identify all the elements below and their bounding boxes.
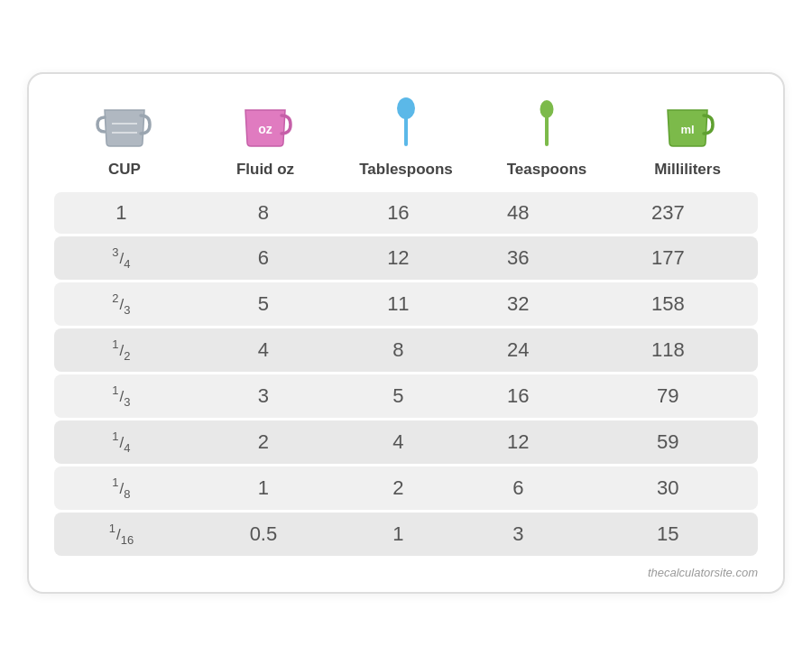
cup-cell: 1/16 xyxy=(54,513,189,556)
teaspoon-label: Teaspoons xyxy=(507,161,586,179)
conversion-card: CUP oz Fluid oz xyxy=(27,72,785,594)
table-row: 1/8 1 2 6 30 xyxy=(54,466,758,510)
ml-cell: 237 xyxy=(578,192,758,234)
tbsp-cell: 16 xyxy=(338,192,458,234)
floz-cell: 0.5 xyxy=(189,513,338,556)
floz-cell: 5 xyxy=(189,282,338,326)
svg-point-6 xyxy=(540,100,554,118)
floz-cell: 3 xyxy=(189,374,338,418)
tablespoon-column-header: Tablespoons xyxy=(336,90,476,184)
table-row: 1 8 16 48 237 xyxy=(54,192,758,234)
ml-cell: 15 xyxy=(578,513,758,556)
floz-label: Fluid oz xyxy=(236,161,294,179)
tablespoon-icon xyxy=(391,90,421,155)
ml-cell: 118 xyxy=(578,328,758,372)
svg-text:ml: ml xyxy=(680,123,694,136)
tsp-cell: 48 xyxy=(458,192,578,234)
ml-cell: 177 xyxy=(578,236,758,280)
table-row: 1/4 2 4 12 59 xyxy=(54,420,758,464)
table-row: 2/3 5 11 32 158 xyxy=(54,282,758,326)
floz-cell: 8 xyxy=(189,192,338,234)
cup-cell: 3/4 xyxy=(54,236,189,280)
floz-icon: oz xyxy=(235,90,296,155)
tbsp-cell: 8 xyxy=(338,328,458,372)
table-row: 3/4 6 12 36 177 xyxy=(54,236,758,280)
table-row: 1/2 4 8 24 118 xyxy=(54,328,758,372)
ml-label: Milliliters xyxy=(654,161,721,179)
cup-cell: 1 xyxy=(54,192,189,234)
cup-icon xyxy=(94,90,155,155)
tsp-cell: 32 xyxy=(458,282,578,326)
tbsp-cell: 11 xyxy=(338,282,458,326)
conversion-table: 1 8 16 48 237 3/4 6 12 36 177 2/3 5 11 3… xyxy=(54,189,758,559)
ml-cell: 30 xyxy=(578,466,758,510)
tsp-cell: 6 xyxy=(458,466,578,510)
ml-icon: ml xyxy=(657,90,718,155)
teaspoon-icon xyxy=(534,90,559,155)
svg-rect-5 xyxy=(545,115,549,146)
tsp-cell: 3 xyxy=(458,513,578,556)
svg-text:oz: oz xyxy=(258,122,272,136)
ml-cell: 59 xyxy=(578,420,758,464)
floz-cell: 4 xyxy=(189,328,338,372)
tbsp-cell: 12 xyxy=(338,236,458,280)
tbsp-cell: 2 xyxy=(338,466,458,510)
tsp-cell: 36 xyxy=(458,236,578,280)
tbsp-cell: 4 xyxy=(338,420,458,464)
ml-cell: 158 xyxy=(578,282,758,326)
cup-cell: 2/3 xyxy=(54,282,189,326)
table-row: 1/16 0.5 1 3 15 xyxy=(54,513,758,556)
tbsp-cell: 5 xyxy=(338,374,458,418)
tsp-cell: 24 xyxy=(458,328,578,372)
svg-point-4 xyxy=(397,97,415,119)
cup-cell: 1/4 xyxy=(54,420,189,464)
tablespoon-label: Tablespoons xyxy=(359,161,453,179)
header-row: CUP oz Fluid oz xyxy=(54,90,758,184)
tsp-cell: 12 xyxy=(458,420,578,464)
cup-column-header: CUP xyxy=(54,90,195,184)
cup-label: CUP xyxy=(108,161,141,179)
floz-cell: 6 xyxy=(189,236,338,280)
floz-cell: 2 xyxy=(189,420,338,464)
cup-cell: 1/8 xyxy=(54,466,189,510)
tsp-cell: 16 xyxy=(458,374,578,418)
footer-attribution: thecalculatorsite.com xyxy=(54,566,758,579)
floz-cell: 1 xyxy=(189,466,338,510)
ml-cell: 79 xyxy=(578,374,758,418)
teaspoon-column-header: Teaspoons xyxy=(476,90,617,184)
ml-column-header: ml Milliliters xyxy=(617,90,758,184)
cup-cell: 1/2 xyxy=(54,328,189,372)
floz-column-header: oz Fluid oz xyxy=(195,90,336,184)
table-row: 1/3 3 5 16 79 xyxy=(54,374,758,418)
cup-cell: 1/3 xyxy=(54,374,189,418)
tbsp-cell: 1 xyxy=(338,513,458,556)
